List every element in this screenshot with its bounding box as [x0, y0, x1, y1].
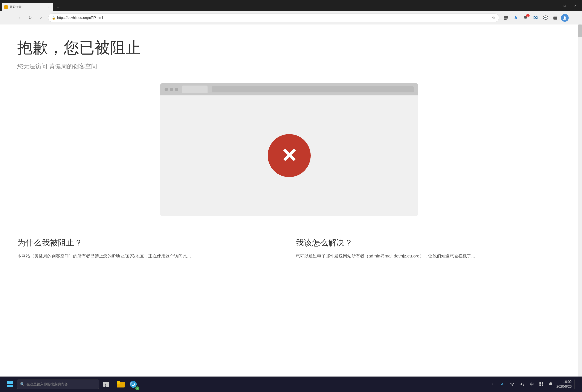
close-button[interactable]: ✕: [571, 2, 580, 9]
clock[interactable]: 16:02 2020/6/26: [557, 380, 572, 389]
scrollbar-thumb[interactable]: [578, 24, 582, 38]
clock-date: 2020/6/26: [557, 384, 572, 389]
svg-point-6: [556, 18, 557, 19]
svg-rect-9: [106, 382, 109, 384]
mockup-titlebar: [160, 84, 418, 96]
x-mark-icon: ✕: [281, 146, 297, 165]
edge-dev-badge: D: [135, 386, 139, 390]
section-row: 为什么我被阻止？ 本网站（黄健周的创客空间）的所有者已禁止您的IP地址/国家/地…: [17, 233, 561, 264]
refresh-button[interactable]: ↻: [26, 14, 34, 22]
tray-edge-icon[interactable]: e: [498, 380, 507, 388]
section2-text: 您可以通过电子邮件发送网站所有者（admin@mail.devhjz.eu.or…: [296, 252, 561, 260]
title-bar: ! 需要注意！ ✕ + — □ ✕: [0, 0, 582, 11]
tab-area: ! 需要注意！ ✕ +: [2, 0, 549, 11]
show-desktop-button[interactable]: [574, 380, 578, 389]
svg-rect-10: [103, 384, 105, 387]
home-button[interactable]: ⌂: [37, 14, 45, 22]
browser-mockup-illustration: ✕: [160, 84, 418, 216]
start-button[interactable]: [4, 379, 15, 390]
mockup-dot-3: [175, 88, 178, 91]
deepl-icon[interactable]: D2: [531, 14, 540, 22]
svg-rect-0: [504, 16, 506, 18]
tray-expand-button[interactable]: ∧: [488, 380, 497, 388]
toolbar-icons: A 1 D2 💬 ···: [502, 14, 579, 22]
tab-favicon: !: [4, 5, 8, 9]
svg-rect-3: [504, 19, 507, 20]
svg-rect-2: [504, 18, 508, 19]
title-bar-controls: — □ ✕: [549, 2, 580, 9]
svg-rect-11: [105, 384, 109, 387]
browser-window: ! 需要注意！ ✕ + — □ ✕ ← → ↻ ⌂ 🔒 https://devh…: [0, 0, 582, 392]
url-bar[interactable]: 🔒 https://devhjz.eu.org/cf/IP.html ☆: [48, 14, 499, 22]
taskbar-search-bar[interactable]: 🔍 在这里输入你要搜索的内容: [17, 380, 99, 389]
lock-icon: 🔒: [52, 16, 55, 20]
taskbar-right: ∧ e 中: [488, 380, 578, 389]
section1-title: 为什么我被阻止？: [17, 237, 283, 248]
mockup-urlbar: [212, 86, 414, 92]
tab-close-button[interactable]: ✕: [46, 5, 51, 9]
mockup-tab: [182, 86, 207, 93]
profile-icon[interactable]: [561, 14, 569, 22]
win-square-4: [10, 385, 13, 388]
content-area: 抱歉，您已被阻止 您无法访问 黄健周的创客空间 ✕: [0, 24, 582, 376]
collections-icon[interactable]: [502, 14, 510, 22]
edge-dev-app[interactable]: D: [128, 379, 139, 390]
system-tray: ∧ e: [488, 380, 526, 388]
svg-point-7: [564, 16, 566, 18]
how-to-resolve-section: 我该怎么解决？ 您可以通过电子邮件发送网站所有者（admin@mail.devh…: [296, 237, 561, 260]
win-square-3: [7, 385, 10, 388]
forward-button[interactable]: →: [14, 14, 23, 22]
main-title: 抱歉，您已被阻止: [17, 38, 561, 58]
mockup-body: ✕: [160, 96, 418, 216]
svg-rect-14: [540, 382, 541, 384]
mockup-dot-1: [165, 88, 168, 91]
url-text: https://devhjz.eu.org/cf/IP.html: [57, 16, 490, 20]
minimize-button[interactable]: —: [549, 2, 559, 9]
svg-rect-1: [506, 16, 508, 18]
taskbar: 🔍 在这里输入你要搜索的内容: [0, 376, 582, 392]
task-view-button[interactable]: [100, 379, 112, 390]
ime-button[interactable]: 中: [528, 380, 536, 388]
wallet-icon[interactable]: [551, 14, 560, 22]
wechat-icon[interactable]: 💬: [541, 14, 550, 22]
search-placeholder: 在这里输入你要搜索的内容: [26, 382, 68, 387]
svg-point-13: [512, 385, 513, 386]
back-button[interactable]: ←: [3, 14, 12, 22]
subtitle: 您无法访问 黄健周的创客空间: [17, 62, 561, 70]
active-tab[interactable]: ! 需要注意！ ✕: [2, 3, 53, 11]
tab-title: 需要注意！: [9, 5, 24, 9]
favorite-icon[interactable]: ☆: [492, 16, 496, 20]
file-explorer-app[interactable]: [115, 379, 126, 390]
tray-volume-icon[interactable]: [518, 380, 526, 388]
section1-text: 本网站（黄健周的创客空间）的所有者已禁止您的IP地址/国家/地区，正在使用这个访…: [17, 252, 283, 260]
more-options-icon[interactable]: ···: [570, 14, 579, 22]
taskbar-apps: D: [115, 379, 139, 390]
translate-icon[interactable]: A: [512, 14, 520, 22]
notification-icon[interactable]: [547, 380, 555, 388]
svg-rect-8: [103, 382, 106, 384]
new-tab-button[interactable]: +: [54, 4, 62, 11]
deepl-icon-wrap: D2: [531, 14, 540, 22]
scrollbar[interactable]: [578, 24, 582, 376]
mockup-dot-2: [170, 88, 173, 91]
address-bar: ← → ↻ ⌂ 🔒 https://devhjz.eu.org/cf/IP.ht…: [0, 11, 582, 24]
extension-badge: 1: [526, 14, 530, 18]
svg-rect-17: [542, 384, 543, 386]
folder-icon: [117, 381, 125, 388]
win-square-2: [10, 381, 13, 384]
layout-button[interactable]: [538, 380, 545, 388]
translate-icon-wrap: A: [512, 14, 520, 22]
extension-icon-wrap: 1: [522, 14, 530, 22]
windows-logo: [7, 381, 13, 387]
svg-rect-15: [542, 382, 543, 384]
section2-title: 我该怎么解决？: [296, 237, 561, 248]
page-content: 抱歉，您已被阻止 您无法访问 黄健周的创客空间 ✕: [0, 24, 578, 376]
win-square-1: [7, 381, 10, 384]
clock-time: 16:02: [557, 380, 572, 384]
maximize-button[interactable]: □: [560, 2, 570, 9]
search-icon: 🔍: [20, 382, 25, 387]
svg-rect-5: [554, 17, 557, 18]
tray-network-icon[interactable]: [508, 380, 517, 388]
svg-rect-16: [540, 384, 541, 386]
error-circle: ✕: [268, 134, 311, 177]
